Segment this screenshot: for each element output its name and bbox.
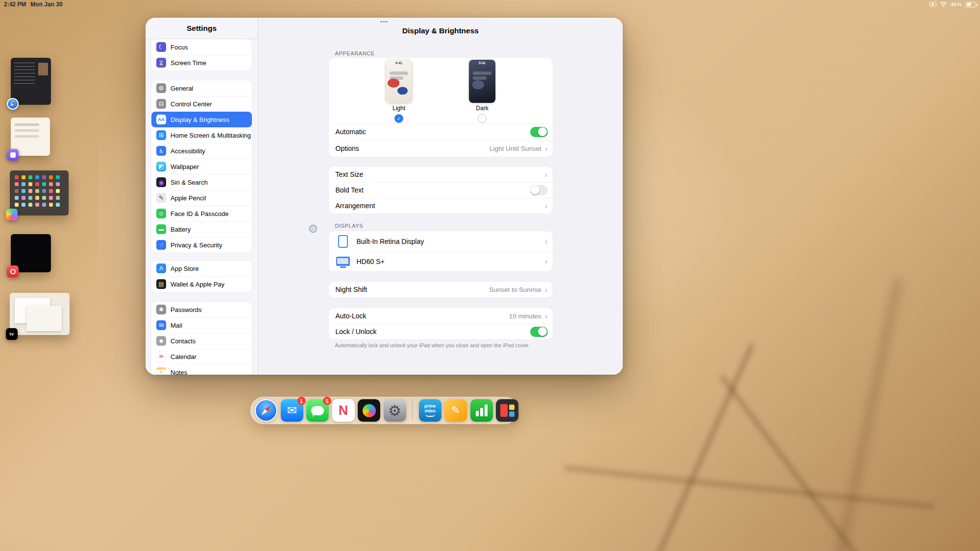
media-app-dock-icon[interactable] [496, 399, 518, 422]
sidebar-item-label: Notes [171, 369, 187, 375]
sidebar-item-face-id[interactable]: ☺ Face ID & Passcode [151, 206, 252, 221]
dark-unselected-radio[interactable] [478, 114, 487, 123]
sidebar-item-apple-pencil[interactable]: ✎ Apple Pencil [151, 190, 252, 206]
hand-icon: ☝ [156, 240, 166, 250]
sidebar-item-privacy-security[interactable]: ☝ Privacy & Security [151, 237, 252, 253]
chevron-right-icon: › [545, 170, 548, 179]
settings-dock-icon[interactable]: ⚙ [384, 399, 406, 422]
window-controls-handle[interactable]: ••• [380, 19, 389, 25]
messages-badge: 5 [323, 397, 331, 405]
status-time: 2:42 PM [4, 1, 26, 8]
sidebar-title: Settings [146, 18, 258, 39]
night-shift-row[interactable]: Night Shift Sunset to Sunrise › [329, 282, 553, 297]
external-display-row[interactable]: HD60 S+ › [329, 251, 553, 271]
sidebar-item-wallet[interactable]: ▤ Wallet & Apple Pay [151, 276, 252, 292]
automatic-toggle[interactable] [530, 127, 548, 137]
sidebar-item-screen-time[interactable]: ⌛ Screen Time [151, 55, 252, 71]
sidebar-item-focus[interactable]: ☾ Focus [151, 39, 252, 55]
color-wheel-icon [363, 404, 376, 417]
notes-icon: ≡ [156, 367, 166, 375]
automatic-label: Automatic [336, 128, 366, 136]
options-row[interactable]: Options Light Until Sunset › [329, 140, 553, 157]
settings-content: APPEARANCE 9:41 Light ✓ [258, 44, 623, 375]
dark-mode-preview: 9:41 [469, 60, 495, 103]
sidebar-item-label: Calendar [171, 353, 196, 360]
settings-window: ••• Settings ☾ Focus ⌛ Screen Time ⚙ Gen… [146, 18, 623, 375]
auto-lock-row[interactable]: Auto-Lock 10 minutes › [329, 308, 553, 324]
grid-icon: ⊞ [156, 130, 166, 140]
display-brightness-pane: Display & Brightness APPEARANCE 9:41 Lig… [258, 18, 623, 375]
sidebar-item-siri-search[interactable]: ◉ Siri & Search [151, 174, 252, 190]
sidebar-item-app-store[interactable]: A App Store [151, 261, 252, 276]
sidebar-item-general[interactable]: ⚙ General [151, 80, 252, 96]
chevron-right-icon: › [545, 237, 548, 245]
chevron-right-icon: › [545, 144, 548, 153]
messages-dock-icon[interactable]: 5 [306, 399, 329, 422]
displays-card: Built-In Retina Display › HD60 S+ › [329, 231, 553, 271]
bold-text-toggle[interactable] [530, 185, 548, 195]
built-in-display-label: Built-In Retina Display [357, 238, 424, 245]
sidebar-item-home-screen[interactable]: ⊞ Home Screen & Multitasking [151, 127, 252, 143]
appearance-option-dark[interactable]: 9:41 Dark [469, 60, 495, 123]
lock-unlock-toggle[interactable] [530, 327, 548, 337]
key-icon: ✱ [156, 305, 166, 314]
recent-app-red[interactable] [11, 234, 51, 272]
sidebar-item-contacts[interactable]: ☻ Contacts [151, 333, 252, 349]
automatic-row: Automatic [329, 123, 553, 140]
sidebar-item-display-brightness[interactable]: AA Display & Brightness [151, 112, 252, 127]
night-shift-label: Night Shift [336, 286, 368, 293]
external-display-label: HD60 S+ [357, 258, 385, 265]
battery-percent: 46% [951, 1, 962, 7]
safari-app-icon [7, 98, 19, 110]
news-n-icon: N [339, 403, 348, 418]
sidebar-item-label: Accessibility [171, 147, 205, 155]
news-dock-icon[interactable]: N [332, 399, 355, 422]
sidebar-item-accessibility[interactable]: ♿ Accessibility [151, 143, 252, 159]
prime-video-label: prime video [422, 404, 439, 413]
text-size-row[interactable]: Text Size › [329, 167, 553, 182]
arrangement-label: Arrangement [336, 202, 375, 210]
sidebar-item-mail[interactable]: ✉ Mail [151, 317, 252, 333]
safari-dock-icon[interactable] [255, 399, 277, 422]
chevron-right-icon: › [545, 312, 548, 320]
bar-chart-icon [476, 405, 488, 416]
lock-unlock-label: Lock / Unlock [336, 328, 377, 335]
sidebar-item-control-center[interactable]: ⊟ Control Center [151, 96, 252, 112]
sidebar-item-battery[interactable]: ▬ Battery [151, 221, 252, 237]
recent-app-safari[interactable] [11, 58, 51, 105]
photo-editor-dock-icon[interactable] [358, 399, 380, 422]
recent-app-tv[interactable]: tv [10, 293, 70, 335]
text-settings-card: Text Size › Bold Text Arrangement › [329, 167, 553, 214]
settings-sidebar: Settings ☾ Focus ⌛ Screen Time ⚙ General [146, 18, 258, 375]
appearance-option-light[interactable]: 9:41 Light ✓ [386, 60, 412, 123]
sidebar-item-notes[interactable]: ≡ Notes [151, 364, 252, 375]
lock-settings-card: Auto-Lock 10 minutes › Lock / Unlock [329, 308, 553, 339]
recent-app-purple[interactable] [11, 118, 50, 156]
chevron-right-icon: › [545, 257, 548, 265]
recent-app-paint[interactable] [10, 170, 69, 216]
wifi-icon [940, 2, 947, 7]
arrangement-row[interactable]: Arrangement › [329, 198, 553, 214]
prime-video-dock-icon[interactable]: prime video [419, 399, 441, 422]
numbers-dock-icon[interactable] [470, 399, 493, 422]
wallet-icon: ▤ [156, 279, 166, 289]
face-id-icon: ☺ [156, 209, 166, 218]
mail-badge: 1 [297, 397, 306, 405]
options-label: Options [336, 144, 359, 152]
app-store-icon: A [156, 264, 166, 273]
night-shift-value: Sunset to Sunrise [489, 286, 541, 293]
drawing-app-dock-icon[interactable]: ✎ [444, 399, 467, 422]
envelope-icon: ✉ [287, 404, 296, 417]
light-selected-radio[interactable]: ✓ [394, 114, 403, 123]
sidebar-item-passwords[interactable]: ✱ Passwords [151, 302, 252, 317]
sidebar-item-wallpaper[interactable]: ◩ Wallpaper [151, 159, 252, 174]
mail-dock-icon[interactable]: ✉ 1 [281, 399, 303, 422]
status-date: Mon Jan 30 [30, 1, 62, 8]
built-in-display-row[interactable]: Built-In Retina Display › [329, 231, 553, 251]
sidebar-item-label: Control Center [171, 100, 212, 108]
battery-icon: ▬ [156, 224, 166, 234]
sidebar-item-label: Home Screen & Multitasking [171, 132, 251, 139]
sidebar-item-calendar[interactable]: 30 Calendar [151, 349, 252, 364]
smile-arc-icon [425, 414, 435, 417]
preview-clock: 9:41 [469, 61, 495, 65]
